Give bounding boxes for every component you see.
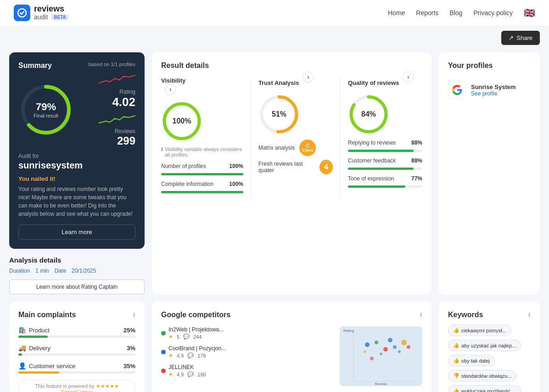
keywords-info-icon[interactable]: ℹ xyxy=(528,312,531,318)
keyword-2: 👍 oby tak dalej xyxy=(448,355,495,366)
profiles-list: Sunrise System See profile xyxy=(448,77,531,103)
date-label: Date xyxy=(55,268,66,274)
result-details-card: Result details Visibility › 100% ℹ Vi xyxy=(152,52,431,294)
language-flag[interactable]: 🇬🇧 xyxy=(524,7,535,18)
result-grid: Visibility › 100% ℹ Visibility variable … xyxy=(161,77,422,199)
replying-fill xyxy=(348,150,414,152)
page-content: Summary based on 1/1 profiles 79% Final … xyxy=(0,45,549,392)
header: reviews audit BETA Home Reports Blog Pri… xyxy=(0,0,549,26)
fresh-number: 4 xyxy=(319,160,333,174)
audit-name: sunrisesystem xyxy=(18,160,135,171)
feedback-progress xyxy=(348,168,422,170)
final-label: Final result xyxy=(34,113,58,118)
thumb-up-icon-0: 👍 xyxy=(453,327,459,333)
keywords-title: Keywords xyxy=(448,311,483,319)
complaint-delivery: 🚚 Delivery 3% xyxy=(18,344,135,356)
svg-point-15 xyxy=(383,347,388,352)
comp-name-2: JELLINEK xyxy=(168,364,206,370)
keyword-text-0: ciekawymi pomysł... xyxy=(461,328,506,333)
rating-captain-button[interactable]: Learn more about Rating Captain xyxy=(9,280,145,294)
thumb-up-icon-4: 👍 xyxy=(453,388,459,392)
competitors-card: Google competitors ℹ In2Web | Projektowa… xyxy=(152,302,431,392)
delivery-progress xyxy=(18,353,135,356)
profiles-fill xyxy=(161,173,243,175)
keyword-1: 👍 aby uzyskać jak najlep... xyxy=(448,340,521,351)
visibility-gauge: 100% xyxy=(161,101,202,142)
svg-point-17 xyxy=(380,353,382,355)
competitor-item-1: CoolBrand | Pozycjon... ★ 4.9 💬 178 xyxy=(161,345,334,358)
main-nav: Home Reports Blog Privacy policy 🇬🇧 xyxy=(388,7,535,18)
svg-point-16 xyxy=(393,345,397,349)
competitor-item-0: In2Web | Projektowa... ★ 5 💬 244 xyxy=(161,326,334,340)
profile-item: Sunrise System See profile xyxy=(448,77,531,103)
nav-blog[interactable]: Blog xyxy=(449,9,462,17)
beta-badge: BETA xyxy=(51,14,68,20)
matrix-analysis-row: Matrix analysis C Class xyxy=(258,140,333,156)
duration-value: 1 min xyxy=(35,268,49,274)
profile-see-link[interactable]: See profile xyxy=(471,90,516,97)
reviews-icon-2: 💬 xyxy=(187,371,194,377)
profiles-title: Your profiles xyxy=(448,62,531,70)
reviews-value: 299 xyxy=(99,134,135,147)
nav-home[interactable]: Home xyxy=(388,9,405,17)
complaint-product: 🛍️ Product 25% xyxy=(18,326,135,338)
nav-reports[interactable]: Reports xyxy=(416,9,438,17)
customer-service-progress xyxy=(18,371,135,374)
profile-google-logo xyxy=(448,81,466,99)
visibility-col: Visibility › 100% ℹ Visibility variable … xyxy=(161,77,243,199)
profiles-progress xyxy=(161,173,243,175)
quality-col: Quality of reviews › 84% Replying to rev… xyxy=(340,77,422,199)
tone-progress xyxy=(348,185,422,188)
summary-card: Summary based on 1/1 profiles 79% Final … xyxy=(9,52,145,249)
keyword-text-3: standardów obwiązu... xyxy=(461,373,511,379)
svg-point-18 xyxy=(401,340,407,345)
quality-next-arrow[interactable]: › xyxy=(403,72,414,83)
matrix-label: Matrix analysis xyxy=(258,145,295,151)
trust-gauge: 51% xyxy=(258,94,300,135)
logo-area: reviews audit BETA xyxy=(14,5,68,21)
visibility-next-arrow[interactable]: › xyxy=(165,84,176,95)
visibility-percent: 100% xyxy=(173,117,191,125)
delivery-label: Delivery xyxy=(29,345,50,352)
metric-tone: Tone of expression 77% xyxy=(348,175,422,182)
quality-header: Quality of reviews xyxy=(348,79,399,86)
trust-next-arrow[interactable]: › xyxy=(303,72,314,83)
svg-text:Rating: Rating xyxy=(343,329,354,333)
product-progress xyxy=(18,336,135,338)
quality-metrics: Replying to reviews 88% Customer feedbac… xyxy=(348,140,422,188)
learn-more-button[interactable]: Learn more xyxy=(18,224,135,240)
product-icon: 🛍️ xyxy=(18,326,26,334)
competitor-item-2: JELLINEK ★ 4.9 💬 160 xyxy=(161,364,334,377)
summary-description: Your rating and reviews number look pret… xyxy=(18,185,135,218)
nav-privacy[interactable]: Privacy policy xyxy=(473,9,513,17)
competitors-list: In2Web | Projektowa... ★ 5 💬 244 xyxy=(161,326,334,386)
comp-name-0: In2Web | Projektowa... xyxy=(168,326,224,333)
competitor-dot-1 xyxy=(161,350,166,354)
powered-by-badge: This feature is powered by ★★★★★ RatingC… xyxy=(18,380,135,392)
replying-progress xyxy=(348,150,422,152)
rating-value: 4.02 xyxy=(99,95,135,109)
keyword-3: 👎 standardów obwiązu... xyxy=(448,370,516,381)
fresh-reviews-row: Fresh reviews last quater 4 xyxy=(258,160,333,174)
complaints-info-icon[interactable]: ℹ xyxy=(133,312,135,318)
competitors-inner: In2Web | Projektowa... ★ 5 💬 244 xyxy=(161,326,422,386)
share-button[interactable]: ↗ Share xyxy=(501,31,540,45)
audit-for-label: Audit for xyxy=(18,153,135,159)
profile-name: Sunrise System xyxy=(471,84,516,90)
keyword-4: 👍 wykluczają możliwość ... xyxy=(448,385,521,392)
delivery-pct: 3% xyxy=(127,345,135,352)
feedback-fill xyxy=(348,168,414,170)
comp-reviews-2: 160 xyxy=(197,372,206,377)
analysis-details: Analysis details Duration 1 min Date 20/… xyxy=(9,256,145,294)
keyword-text-4: wykluczają możliwość ... xyxy=(461,388,516,392)
star-icon-1: ★ xyxy=(168,353,173,358)
result-details-title: Result details xyxy=(161,62,422,70)
keyword-text-1: aby uzyskać jak najlep... xyxy=(461,343,516,348)
matrix-class-badge: C Class xyxy=(299,140,316,156)
tone-fill xyxy=(348,185,405,188)
competitors-info-icon[interactable]: ℹ xyxy=(420,312,422,318)
summary-main: 79% Final result Rating 4.02 xyxy=(18,72,135,147)
comp-reviews-0: 244 xyxy=(193,334,202,340)
logo-reviews-text: reviews xyxy=(34,5,64,14)
customer-service-label: Customer service xyxy=(29,363,75,370)
